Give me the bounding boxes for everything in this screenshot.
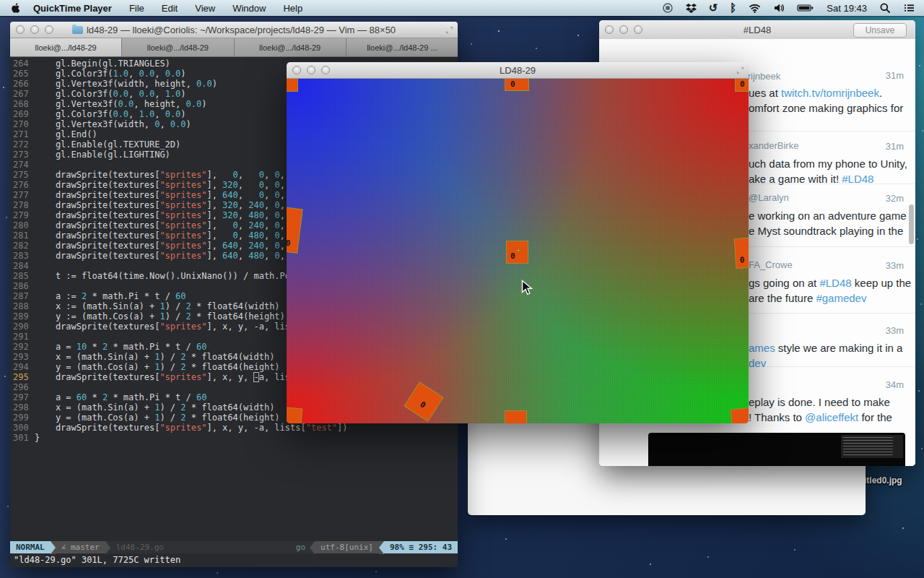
terminal-tab[interactable]: lloeki@.../ld48-29 (122, 38, 234, 56)
terminal-title: ld48-29 — lloeki@Coriolis: ~/Workspace/p… (10, 25, 458, 35)
tweet-text-line: dev (749, 357, 766, 369)
zoom-button[interactable] (321, 66, 330, 74)
powerline-separator (105, 541, 110, 554)
close-button[interactable] (605, 25, 614, 34)
tweet-text-line: gs going on at #LD48 keep up the (749, 277, 911, 289)
bluetooth-icon[interactable]: ᛒ (730, 2, 736, 14)
tweet-timestamp: 31m (886, 70, 904, 81)
battery-icon[interactable] (797, 2, 814, 14)
tweet-link[interactable]: ames (749, 342, 775, 354)
statusline-filetype: go (292, 541, 310, 553)
sprite-label: 0 (510, 80, 515, 88)
record-stop-icon[interactable] (662, 2, 674, 14)
unsave-button[interactable]: Unsave (853, 23, 907, 38)
tweet-link[interactable]: dev (749, 357, 766, 369)
sprite-label: 0 (739, 256, 744, 264)
statusline-filename: ld48-29.go (110, 541, 170, 553)
tweet-text: e working on an adventure game (749, 210, 906, 222)
tweet-link[interactable]: #LD48 (819, 277, 851, 289)
game-canvas[interactable]: 0000+00 (287, 79, 749, 423)
game-sprite: 0 (287, 206, 303, 254)
game-traffic-lights (287, 66, 330, 74)
tweet-link[interactable]: twitch.tv/tomrijnbeek (781, 87, 879, 99)
twitter-traffic-lights (599, 25, 642, 34)
terminal-title-text: ld48-29 — lloeki@Coriolis: ~/Workspace/p… (87, 25, 396, 35)
desktop-file-label[interactable]: itled0.jpg (864, 475, 902, 486)
tweet-text: style we are making it in a (775, 342, 903, 354)
minimize-button[interactable] (30, 25, 39, 34)
time-machine-icon[interactable]: ↺ (709, 2, 718, 14)
tweet-link[interactable]: #gamedev (816, 292, 866, 304)
menu-view[interactable]: View (186, 3, 224, 14)
spotlight-icon[interactable] (879, 2, 891, 14)
tweet-text-line: uch data from my phone to Unity, (749, 158, 907, 170)
tweet-text: ues at (749, 87, 781, 99)
tweet-text: for the (858, 411, 892, 423)
game-sprite: 0 (505, 79, 529, 91)
tweet-text: . (879, 87, 882, 99)
resize-icon[interactable] (445, 26, 453, 34)
tweet-link[interactable]: @aliceffekt (805, 411, 858, 423)
terminal-tab[interactable]: lloeki@.../ld48-29 (10, 38, 122, 56)
terminal-tab[interactable]: lloeki@.../ld48-29 ... (346, 38, 458, 56)
tweet-author-handle[interactable]: xanderBirke (749, 140, 798, 151)
volume-icon[interactable] (773, 2, 785, 14)
game-sprite: 0 (404, 381, 443, 421)
terminal-tab[interactable]: lloeki@.../ld48-29 (235, 38, 346, 56)
folder-icon (72, 26, 83, 34)
vim-statusline: NORMAL ∠ master ld48-29.go go utf-8[unix… (10, 541, 458, 553)
tweet-text-line: are the future #gamedev (749, 292, 866, 304)
tweet-text-line: ues at twitch.tv/tomrijnbeek. (749, 87, 882, 99)
twitter-titlebar[interactable]: #LD48 Unsave (599, 20, 915, 40)
app-menu-title[interactable]: QuickTime Player (25, 3, 121, 14)
menu-bar: QuickTime Player File Edit View Window H… (0, 0, 924, 16)
menu-bar-clock[interactable]: Sat 19:43 (827, 3, 867, 14)
menu-window[interactable]: Window (224, 3, 274, 14)
game-sprite: 0 (734, 237, 749, 269)
menu-help[interactable]: Help (274, 3, 311, 14)
tweet-author-handle[interactable]: @Laralyn (749, 192, 789, 203)
tweet-text: gs going on at (749, 277, 819, 289)
tweet-embedded-image[interactable] (648, 433, 905, 466)
tweet-text-line: e working on an adventure game (749, 210, 906, 222)
tweet-timestamp: 33m (886, 325, 904, 336)
menu-edit[interactable]: Edit (153, 3, 186, 14)
terminal-titlebar[interactable]: ld48-29 — lloeki@Coriolis: ~/Workspace/p… (10, 22, 458, 38)
dropbox-icon[interactable] (686, 3, 697, 14)
notification-center-icon[interactable] (903, 2, 915, 14)
tweet-text: e Myst soundtrack playing in the (749, 225, 903, 237)
sprite-center-marker: + (517, 248, 520, 254)
zoom-button[interactable] (45, 25, 53, 34)
scrollbar-thumb[interactable] (909, 204, 914, 244)
game-title-text: LD48-29 (500, 65, 536, 76)
resize-icon[interactable] (736, 66, 744, 74)
zoom-button[interactable] (634, 25, 642, 34)
tweet-timestamp: 33m (886, 260, 904, 271)
game-sprite: 0+ (506, 241, 528, 264)
tweet-text: omfort zone making graphics for (749, 102, 903, 114)
minimize-button[interactable] (619, 25, 628, 34)
vim-mode-indicator: NORMAL (10, 541, 51, 553)
tweet-timestamp: 34m (886, 379, 904, 390)
terminal-tab-bar: lloeki@.../ld48-29lloeki@.../ld48-29lloe… (10, 38, 458, 57)
tweet-author-handle[interactable]: FA_Crowe (749, 259, 793, 270)
sprite-label: 0 (510, 252, 515, 260)
statusline-spacer (170, 541, 292, 553)
close-button[interactable] (16, 25, 25, 34)
close-button[interactable] (292, 66, 301, 74)
game-title: LD48-29 (287, 65, 749, 76)
tweet-timestamp: 32m (886, 193, 904, 204)
vim-message-line: "ld48-29.go" 301L, 7725C written (10, 553, 458, 567)
apple-menu[interactable] (10, 2, 20, 14)
twitter-title-text: #LD48 (744, 25, 771, 35)
tweet-text-line: ! Thanks to @aliceffekt for the (749, 411, 892, 423)
wifi-icon[interactable] (749, 3, 761, 13)
menu-file[interactable]: File (121, 3, 153, 14)
menu-bar-right: ↺ ᛒ Sat 19:43 (662, 2, 924, 14)
tweet-text: eplay is done. I need to make (749, 396, 890, 408)
tweet-text: uch data from my phone to Unity, (749, 158, 907, 170)
game-window: LD48-29 0000+00 (287, 62, 749, 423)
tweet-link[interactable]: #LD48 (842, 173, 873, 185)
minimize-button[interactable] (307, 66, 315, 74)
game-titlebar[interactable]: LD48-29 (287, 62, 749, 79)
